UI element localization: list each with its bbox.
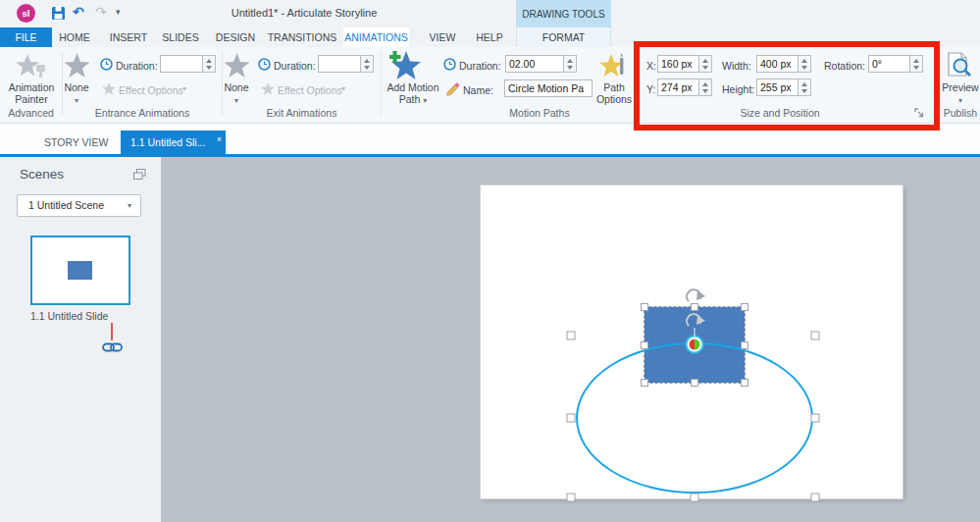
preview-icon — [946, 52, 974, 79]
width-label: Width: — [722, 60, 751, 72]
entrance-duration-label: Duration: — [116, 60, 158, 72]
x-input[interactable] — [657, 55, 699, 73]
pencil-icon — [445, 82, 460, 96]
tab-home[interactable]: HOME — [59, 27, 90, 47]
rotation-spinner[interactable] — [910, 55, 923, 73]
group-label-exit-animations: Exit Animations — [223, 107, 381, 119]
path-resize-handle[interactable] — [811, 414, 819, 422]
motion-name-input[interactable] — [504, 79, 593, 97]
scenes-panel: Scenes 1 Untitled Scene ▾ 1.1 Untitled S… — [0, 157, 161, 522]
redo-button[interactable]: ↷ — [95, 4, 107, 20]
entrance-effect-options-button[interactable]: Effect Options — [119, 84, 183, 96]
resize-handle[interactable] — [742, 380, 748, 387]
motion-path-start-point[interactable] — [687, 337, 703, 353]
exit-none-button[interactable]: None — [215, 81, 258, 93]
tab-animations[interactable]: ANIMATIONS — [343, 27, 409, 47]
motion-duration-spinner[interactable] — [564, 55, 577, 73]
group-label-entrance-animations: Entrance Animations — [63, 107, 222, 119]
tab-insert[interactable]: INSERT — [110, 27, 147, 47]
width-input[interactable] — [756, 55, 799, 73]
exit-effect-options-caret: ▾ — [341, 84, 345, 93]
rotation-label: Rotation: — [824, 60, 865, 72]
preview-button[interactable]: Preview — [940, 81, 980, 93]
resize-handle[interactable] — [642, 342, 648, 349]
y-spinner[interactable] — [699, 78, 712, 96]
group-label-publish: Publish — [940, 107, 980, 119]
clock-icon — [443, 58, 456, 71]
height-input[interactable] — [756, 78, 799, 96]
animation-painter-button[interactable]: Animation Painter — [3, 81, 60, 105]
path-options-button[interactable]: Path Options — [592, 81, 637, 105]
rotation-input[interactable] — [868, 55, 910, 73]
scene-selector-dropdown[interactable]: 1 Untitled Scene ▾ — [17, 194, 141, 217]
effect-options-star-icon — [261, 82, 275, 95]
height-label: Height: — [722, 83, 754, 95]
resize-handle[interactable] — [742, 304, 748, 311]
app-logo: sl — [17, 4, 35, 23]
path-resize-handle[interactable] — [811, 494, 819, 501]
undo-button[interactable]: ↶ — [73, 4, 84, 20]
add-motion-path-button[interactable]: Add Motion Path ▾ — [383, 81, 443, 107]
clock-icon — [100, 58, 113, 71]
clock-icon — [258, 58, 271, 71]
slide-thumbnail-label: 1.1 Untitled Slide — [30, 310, 108, 322]
y-label: Y: — [646, 83, 655, 95]
tab-help[interactable]: HELP — [476, 27, 502, 47]
entrance-duration-input[interactable] — [160, 55, 203, 73]
exit-duration-label: Duration: — [274, 60, 316, 72]
preview-dropdown[interactable]: ▾ — [940, 93, 980, 107]
x-label: X: — [646, 60, 656, 72]
motion-duration-label: Duration: — [459, 60, 501, 72]
y-input[interactable] — [657, 78, 699, 96]
tab-slide-1-1[interactable]: 1.1 Untitled Sli... × — [121, 130, 226, 154]
tab-view[interactable]: VIEW — [430, 27, 456, 47]
tab-format[interactable]: FORMAT — [516, 27, 611, 47]
group-label-advanced: Advanced — [0, 107, 62, 119]
close-icon[interactable]: × — [217, 128, 222, 151]
add-motion-path-icon — [389, 51, 422, 80]
collapse-panel-icon[interactable] — [133, 169, 146, 181]
slide-canvas[interactable] — [161, 157, 980, 522]
resize-handle[interactable] — [692, 304, 698, 311]
tab-file[interactable]: FILE — [0, 27, 52, 47]
tab-story-view[interactable]: STORY VIEW — [22, 130, 108, 154]
qat-customize-button[interactable]: ▾ — [116, 7, 121, 17]
effect-options-star-icon — [102, 82, 116, 95]
x-spinner[interactable] — [699, 55, 712, 73]
exit-none-dropdown[interactable]: ▾ — [215, 93, 258, 107]
slide-thumbnail[interactable] — [30, 235, 130, 305]
resize-handle[interactable] — [692, 380, 698, 387]
link-icon — [102, 341, 123, 353]
animation-painter-icon[interactable] — [15, 53, 48, 78]
resize-handle[interactable] — [642, 380, 648, 387]
tab-design[interactable]: DESIGN — [216, 27, 255, 47]
entrance-none-dropdown[interactable]: ▾ — [55, 93, 98, 107]
exit-duration-input[interactable] — [318, 55, 361, 73]
save-icon[interactable] — [51, 6, 66, 21]
path-resize-handle[interactable] — [567, 494, 575, 501]
path-resize-handle[interactable] — [691, 494, 698, 501]
height-spinner[interactable] — [799, 78, 811, 96]
entrance-duration-spinner[interactable] — [203, 55, 216, 73]
entrance-none-button[interactable]: None — [55, 81, 98, 93]
shape-layer — [161, 157, 980, 522]
size-position-dialog-launcher-icon[interactable] — [914, 108, 924, 118]
path-options-star-icon — [599, 53, 627, 79]
resize-handle[interactable] — [642, 304, 648, 311]
width-spinner[interactable] — [799, 55, 811, 73]
path-resize-handle[interactable] — [567, 414, 575, 422]
path-resize-handle[interactable] — [567, 332, 575, 339]
tab-transitions[interactable]: TRANSITIONS — [268, 27, 337, 47]
exit-effect-options-button[interactable]: Effect Options — [278, 84, 342, 96]
insert-position-marker — [111, 323, 113, 340]
path-resize-handle[interactable] — [811, 332, 819, 339]
tab-slides[interactable]: SLIDES — [162, 27, 198, 47]
chevron-down-icon: ▾ — [128, 195, 131, 216]
resize-handle[interactable] — [742, 342, 748, 349]
ribbon: Animation Painter Advanced None ▾ Durati… — [0, 47, 980, 124]
group-label-size-and-position: Size and Position — [677, 107, 883, 119]
scenes-panel-title: Scenes — [20, 167, 64, 182]
exit-duration-spinner[interactable] — [361, 55, 374, 73]
window-title: Untitled1* - Articulate Storyline — [152, 7, 456, 19]
motion-duration-input[interactable] — [505, 55, 564, 73]
